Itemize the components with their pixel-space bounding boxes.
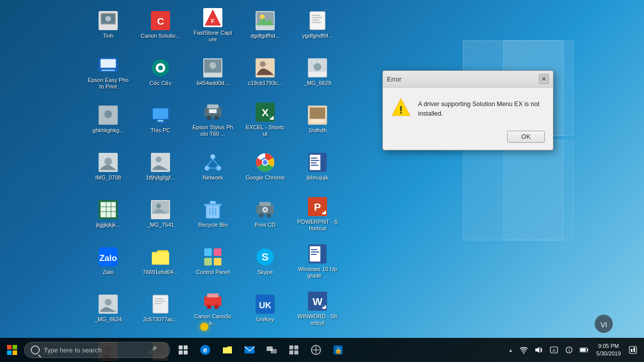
svg-text:🔒: 🔒: [335, 346, 342, 354]
taskbar-edge[interactable]: e: [194, 338, 216, 362]
svg-rect-54: [310, 119, 325, 123]
icon-canon-scansa-label: Canon CanoSca...: [192, 313, 233, 326]
svg-rect-138: [7, 345, 12, 349]
icon-b454add0d-label: b454add0d...: [197, 80, 229, 86]
icon-b454add0d[interactable]: b454add0d...: [190, 52, 235, 93]
icon-print-cd[interactable]: Print CD: [243, 194, 288, 234]
icon-mg6629[interactable]: _MG_6629: [295, 52, 340, 93]
icon-print-cd-label: Print CD: [255, 222, 276, 228]
svg-text:W: W: [312, 295, 323, 307]
taskbar-apps: e: [172, 338, 349, 362]
taskbar-explorer[interactable]: [216, 338, 238, 362]
taskbar-right: ▲ A i 9:05 PM 5/30/2019: [506, 338, 644, 362]
icon-mg6624[interactable]: _MG_6624: [86, 289, 131, 329]
svg-point-95: [264, 209, 266, 211]
icon-skype[interactable]: S Skype: [243, 241, 288, 282]
cursor-indicator: [200, 323, 208, 331]
icon-c19cb1793c[interactable]: c19cb1793c...: [243, 52, 288, 93]
icon-epson-easy[interactable]: Epson Easy Photo Print: [86, 52, 131, 93]
icon-unikey[interactable]: UK UniKey: [243, 289, 288, 329]
icon-faststone[interactable]: F FastStone Capture: [190, 5, 235, 45]
icon-1hdhdh-label: 1hdhdh: [308, 127, 327, 134]
svg-point-59: [210, 154, 215, 159]
error-dialog: Error ✕ ! A driver supporting Solution M…: [382, 70, 553, 150]
svg-rect-15: [257, 26, 274, 30]
icon-recycle-bin-label: Recycle Bin: [198, 222, 227, 228]
icon-ghkhkghkg[interactable]: ghkhkghkg...: [86, 100, 131, 140]
icon-canon-solution-label: Canon Solutio...: [141, 33, 180, 39]
icon-tinh[interactable]: Tinh: [86, 5, 131, 45]
start-button[interactable]: [0, 338, 24, 362]
icon-1hdhdh[interactable]: 1hdhdh: [295, 100, 340, 140]
taskbar-app7[interactable]: [305, 338, 327, 362]
icon-winword-shortcut[interactable]: W WINWORD - Shortcut: [295, 289, 340, 329]
tray-input-icon[interactable]: A: [547, 343, 561, 357]
svg-rect-152: [294, 345, 298, 349]
icon-google-chrome[interactable]: Google Chrome: [243, 147, 288, 187]
svg-marker-161: [535, 347, 539, 353]
svg-rect-17: [312, 15, 320, 16]
svg-rect-45: [207, 116, 211, 120]
tray-network-icon[interactable]: [517, 343, 531, 357]
icon-jkbhujujk[interactable]: jkbhujujk: [295, 147, 340, 187]
icon-ygdfghdfhf[interactable]: ygdfghdfhf...: [295, 5, 340, 45]
icon-2c573077ac[interactable]: 2c573077ac...: [138, 289, 183, 329]
search-input[interactable]: [44, 346, 144, 354]
tray-action-center[interactable]: [626, 343, 640, 357]
icon-canon-scansa[interactable]: Canon CanoSca...: [190, 289, 235, 329]
svg-rect-168: [587, 349, 588, 351]
dialog-ok-button[interactable]: OK: [507, 131, 545, 143]
icon-76691ebd04[interactable]: 76691ebd04...: [138, 241, 183, 282]
taskbar-clock[interactable]: 9:05 PM 5/30/2019: [592, 342, 625, 358]
tray-battery-icon[interactable]: [577, 343, 591, 357]
icon-powerpoint-shortcut[interactable]: P POWERPNT - Shortcut: [295, 194, 340, 234]
icon-zalo[interactable]: Zalo Zalo: [86, 241, 131, 282]
icon-1tfjhjfgjfgjf[interactable]: 1tfjhjfgjfgjf...: [138, 147, 183, 187]
taskbar-mail[interactable]: [238, 338, 261, 362]
tray-volume-icon[interactable]: [532, 343, 546, 357]
svg-rect-71: [311, 158, 317, 159]
svg-rect-112: [311, 254, 316, 255]
svg-rect-140: [7, 350, 12, 355]
svg-point-114: [105, 299, 111, 306]
icon-mg7541[interactable]: _MG_7541: [138, 194, 183, 234]
taskbar-app6[interactable]: [283, 338, 305, 362]
icon-coc-coc[interactable]: Cốc Cốc: [138, 52, 183, 93]
taskbar-multidesktop[interactable]: [261, 338, 283, 362]
tray-icon-extra[interactable]: i: [562, 343, 576, 357]
icon-network-label: Network: [203, 174, 223, 181]
svg-point-35: [313, 63, 321, 71]
icon-epson-stylus[interactable]: Epson Stylus Photo T60 ...: [190, 100, 235, 140]
svg-point-68: [263, 160, 268, 165]
taskbar-task-view[interactable]: [172, 338, 194, 362]
svg-rect-150: [271, 349, 277, 353]
mic-icon: 🎤: [148, 346, 157, 354]
icon-this-pc[interactable]: This PC: [138, 100, 183, 140]
svg-rect-44: [207, 105, 219, 109]
svg-rect-76: [101, 202, 116, 217]
dialog-body: ! A driver supporting Solution Menu EX i…: [383, 87, 553, 127]
taskbar-search-bar[interactable]: 🎤: [24, 342, 170, 358]
icon-network[interactable]: Network: [190, 147, 235, 187]
icon-img0708[interactable]: IMG_0708: [86, 147, 131, 187]
icon-recycle-bin[interactable]: Recycle Bin: [190, 194, 235, 234]
svg-line-62: [207, 159, 213, 166]
icon-win10-upgrade[interactable]: Windows 10 Upgrade ...: [295, 241, 340, 282]
svg-line-63: [213, 159, 218, 166]
icon-excel-shortcut[interactable]: X EXCEL - Shortcut: [243, 100, 288, 140]
svg-point-83: [156, 204, 161, 209]
svg-rect-40: [153, 109, 168, 119]
icon-canon-solution[interactable]: C Canon Solutio...: [138, 5, 183, 45]
svg-point-160: [523, 352, 525, 354]
icon-control-panel[interactable]: Control Panel: [190, 241, 235, 282]
dialog-close-button[interactable]: ✕: [539, 74, 549, 84]
svg-rect-46: [215, 116, 219, 120]
show-hidden-tray-button[interactable]: ▲: [506, 343, 516, 357]
svg-rect-142: [179, 345, 183, 349]
icon-jkjjjjkjkk[interactable]: jkjjjjkjkjk...: [86, 194, 131, 234]
icon-dgdfgdfhd[interactable]: dgdfgdfhd...: [243, 5, 288, 45]
icon-mg6629-label: _MG_6629: [304, 80, 331, 86]
taskbar-app8[interactable]: 🔒: [327, 338, 349, 362]
svg-rect-92: [260, 214, 264, 218]
svg-rect-143: [184, 345, 188, 349]
